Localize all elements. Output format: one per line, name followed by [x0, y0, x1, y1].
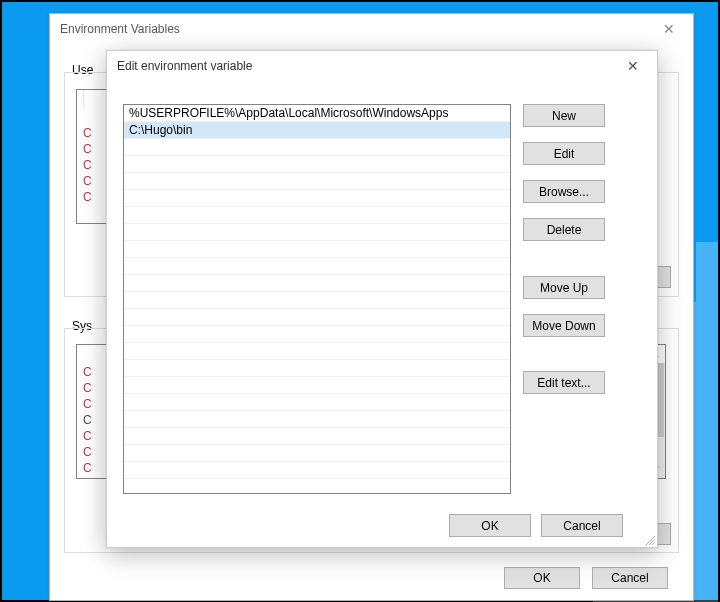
row-glyph: C [83, 174, 92, 188]
cancel-button[interactable]: Cancel [592, 567, 668, 589]
empty-row[interactable] [124, 445, 510, 462]
empty-row[interactable] [124, 139, 510, 156]
empty-row[interactable] [124, 207, 510, 224]
empty-row[interactable] [124, 309, 510, 326]
close-icon[interactable]: ✕ [619, 56, 647, 76]
cancel-label: Cancel [611, 571, 648, 585]
empty-row[interactable] [124, 462, 510, 479]
cancel-button[interactable]: Cancel [541, 514, 623, 537]
ok-label: OK [533, 571, 550, 585]
empty-row[interactable] [124, 360, 510, 377]
row-glyph: C [83, 429, 92, 443]
empty-row[interactable] [124, 428, 510, 445]
empty-row[interactable] [124, 377, 510, 394]
move-down-button[interactable]: Move Down [523, 314, 605, 337]
empty-row[interactable] [124, 275, 510, 292]
row-glyph: C [83, 445, 92, 459]
empty-row[interactable] [124, 343, 510, 360]
env-title: Environment Variables [60, 22, 180, 36]
env-titlebar: Environment Variables ✕ [50, 14, 693, 44]
edit-title: Edit environment variable [117, 59, 252, 73]
close-icon[interactable]: ✕ [655, 19, 683, 39]
browse-button[interactable]: Browse... [523, 180, 605, 203]
row-glyph: C [83, 142, 92, 156]
resize-grip-icon[interactable] [643, 533, 655, 545]
row-glyph: C [83, 158, 92, 172]
edit-env-var-dialog: Edit environment variable ✕ %USERPROFILE… [106, 50, 658, 548]
empty-row[interactable] [124, 241, 510, 258]
empty-row[interactable] [124, 326, 510, 343]
edit-button[interactable]: Edit [523, 142, 605, 165]
empty-row[interactable] [124, 156, 510, 173]
row-glyph: C [83, 365, 92, 379]
row-glyph: C [83, 461, 92, 475]
move-up-button[interactable]: Move Up [523, 276, 605, 299]
path-row[interactable]: %USERPROFILE%\AppData\Local\Microsoft\Wi… [124, 105, 510, 122]
row-glyph: C [83, 381, 92, 395]
new-button[interactable]: New [523, 104, 605, 127]
edit-titlebar: Edit environment variable ✕ [107, 51, 657, 81]
edit-text-button[interactable]: Edit text... [523, 371, 605, 394]
delete-button[interactable]: Delete [523, 218, 605, 241]
ok-button[interactable]: OK [504, 567, 580, 589]
path-listbox[interactable]: %USERPROFILE%\AppData\Local\Microsoft\Wi… [123, 104, 511, 494]
empty-row[interactable] [124, 173, 510, 190]
empty-row[interactable] [124, 258, 510, 275]
row-glyph: C [83, 190, 92, 204]
row-glyph: C [83, 413, 92, 427]
empty-row[interactable] [124, 411, 510, 428]
path-row[interactable]: C:\Hugo\bin [124, 122, 510, 139]
empty-row[interactable] [124, 224, 510, 241]
empty-row[interactable] [124, 394, 510, 411]
ok-button[interactable]: OK [449, 514, 531, 537]
empty-row[interactable] [124, 292, 510, 309]
empty-row[interactable] [124, 190, 510, 207]
row-glyph: C [83, 126, 92, 140]
row-glyph: C [83, 397, 92, 411]
